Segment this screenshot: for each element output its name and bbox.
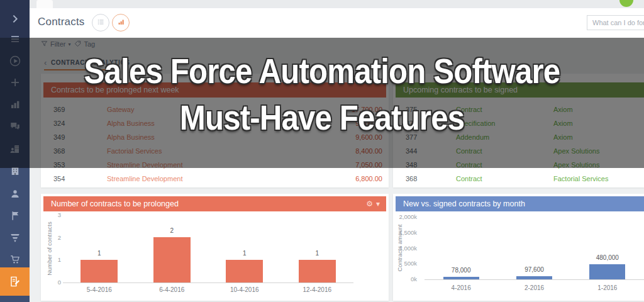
- x-tick: 2-2016: [497, 284, 570, 291]
- sidebar-item-orders[interactable]: [0, 249, 30, 270]
- top-mini-tab: [36, 0, 53, 8]
- page-title: Contracts: [38, 16, 85, 28]
- caret-down-icon[interactable]: ▾: [376, 196, 380, 211]
- cell-name: Streamline Development: [107, 175, 355, 182]
- bar-slot: 1: [281, 215, 354, 282]
- bar-value-label: 1: [97, 250, 101, 257]
- funnel-icon: [9, 232, 21, 243]
- x-tick: 5-4-2016: [63, 286, 136, 293]
- x-tick: 4-2016: [425, 284, 497, 291]
- new-vs-signed-chart-title: New vs. signed contracts by month: [396, 196, 644, 211]
- app-header: Contracts: [30, 8, 644, 38]
- y-tick: 1: [45, 256, 61, 263]
- y-tick: 3: [45, 211, 61, 218]
- bar: [443, 277, 479, 279]
- sidebar-item-funnel[interactable]: [0, 227, 30, 249]
- doc-edit-icon: [9, 276, 21, 288]
- chart-title-text: New vs. signed contracts by month: [403, 199, 525, 208]
- bar-value-label: 1: [243, 250, 247, 257]
- x-tick: 10-4-2016: [208, 286, 281, 293]
- chart-title-text: Number of contracts to be prolonged: [51, 199, 179, 208]
- bar-value-label: 78,000: [452, 267, 471, 274]
- overlay-title-line2: Must-Have Features: [38, 94, 605, 141]
- y-tick: 2: [45, 234, 61, 241]
- chart-view-button[interactable]: [112, 14, 130, 31]
- y-tick: 0k: [393, 276, 417, 282]
- top-strip: [30, 0, 644, 8]
- bar: [299, 260, 336, 282]
- x-tick: 1-2016: [571, 284, 644, 291]
- table-row[interactable]: 354Streamline Development6,800.00: [41, 172, 389, 186]
- list-view-button[interactable]: [92, 14, 109, 31]
- prolonged-chart-title: Number of contracts to be prolonged ⚙ ▾: [43, 196, 386, 211]
- bar: [226, 260, 263, 282]
- bar: [516, 276, 552, 279]
- x-tick: 6-4-2016: [136, 286, 209, 293]
- sidebar-item-activities[interactable]: [0, 205, 30, 226]
- person-icon: [9, 188, 21, 199]
- sidebar-item-contacts[interactable]: [0, 183, 30, 204]
- bar-slot: 480,000: [571, 216, 644, 279]
- y-tick: 2,000k: [393, 213, 417, 220]
- x-axis-labels: 4-20162-20161-2016: [425, 284, 644, 291]
- bar-slot: 1: [208, 215, 281, 282]
- bar: [589, 264, 625, 279]
- bar: [80, 260, 118, 282]
- x-axis-labels: 5-4-20166-4-201610-4-201612-4-2016: [63, 286, 353, 293]
- table-row[interactable]: 368ContractFactorial Services: [393, 172, 644, 186]
- list-view-icon: [97, 17, 105, 28]
- bar: [153, 237, 191, 282]
- y-axis-ticks: 3210: [45, 211, 61, 286]
- cell-type: Contract: [456, 175, 553, 182]
- y-tick: 500k: [393, 260, 417, 267]
- sidebar-item-expand[interactable]: [0, 8, 30, 30]
- cell-company: Factorial Services: [553, 175, 644, 182]
- sidebar-item-contracts[interactable]: [0, 267, 30, 296]
- overlay-title-line1: Sales Force Automation Software: [38, 48, 605, 94]
- bar-value-label: 97,600: [525, 266, 544, 273]
- x-tick: 12-4-2016: [281, 286, 354, 293]
- bar-slot: 2: [136, 215, 209, 282]
- y-tick: 1,500k: [393, 229, 417, 236]
- y-axis-ticks: 2,000k1,500k1,000k500k0k: [393, 213, 417, 282]
- flag-icon: [9, 210, 21, 221]
- gear-icon[interactable]: ⚙: [366, 196, 373, 211]
- cell-id: 354: [41, 175, 107, 182]
- chevron-right-icon: [10, 14, 20, 24]
- cell-id: 368: [393, 175, 456, 182]
- cart-icon: [9, 254, 21, 265]
- prolonged-chart-panel: Number of contracts to be prolonged ⚙ ▾ …: [41, 194, 389, 301]
- new-vs-signed-chart-panel: New vs. signed contracts by month Contra…: [393, 194, 644, 301]
- bar-value-label: 2: [170, 227, 174, 234]
- bar-chart-plot: 1211: [63, 215, 353, 283]
- bar-slot: 97,600: [497, 216, 570, 279]
- cell-amount: 6,800.00: [355, 175, 389, 182]
- y-tick: 1,000k: [393, 245, 417, 252]
- chart-view-icon: [117, 17, 125, 28]
- bar-value-label: 1: [315, 250, 319, 257]
- bar-chart-plot: 78,00097,600480,000: [425, 216, 644, 280]
- bar-slot: 1: [63, 215, 136, 282]
- bar-slot: 78,000: [425, 216, 497, 279]
- bar-value-label: 480,000: [596, 254, 619, 261]
- title-overlay-band: Sales Force Automation Software Must-Hav…: [0, 38, 644, 168]
- y-tick: 0: [45, 279, 61, 286]
- search-input[interactable]: [587, 15, 644, 30]
